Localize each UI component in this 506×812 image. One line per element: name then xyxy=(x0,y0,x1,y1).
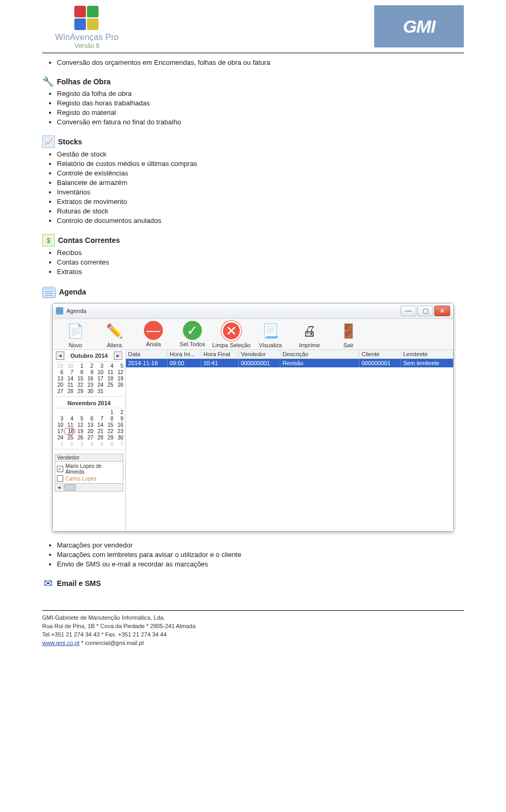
toolbar-novo[interactable]: Novo xyxy=(56,321,95,348)
scroll-thumb[interactable] xyxy=(64,484,76,491)
calendar-day[interactable]: 13 xyxy=(55,376,63,381)
calendar-day[interactable]: 4 xyxy=(105,363,113,369)
calendar-day[interactable]: 8 xyxy=(105,416,113,422)
toolbar-seltodos[interactable]: Sel.Todos xyxy=(173,321,212,348)
next-month-button[interactable]: ► xyxy=(114,351,122,360)
calendar-day[interactable]: 1 xyxy=(55,441,63,447)
minimize-button[interactable]: — xyxy=(401,306,416,316)
calendar-day[interactable]: 15 xyxy=(105,422,113,428)
calendar-day[interactable]: 2 xyxy=(65,441,73,447)
calendar-day[interactable]: 12 xyxy=(115,369,123,375)
footer-site-link[interactable]: www.gmi.co.pt xyxy=(42,640,80,646)
calendar-day[interactable]: 25 xyxy=(65,435,73,441)
calendar-day[interactable] xyxy=(105,388,113,394)
calendar-day[interactable]: 3 xyxy=(55,416,63,422)
calendar-day[interactable]: 19 xyxy=(75,428,83,434)
calendar-day[interactable] xyxy=(95,409,103,415)
calendar-day[interactable]: 11 xyxy=(65,422,73,428)
calendar-day[interactable]: 8 xyxy=(75,369,83,375)
calendar-day[interactable] xyxy=(55,409,63,415)
calendar-day[interactable]: 23 xyxy=(85,382,93,388)
calendar-day[interactable]: 28 xyxy=(65,388,73,394)
calendar-day[interactable]: 20 xyxy=(85,428,93,434)
toolbar-visualiza[interactable]: Visualiza xyxy=(251,321,290,348)
toolbar-sair[interactable]: Sair xyxy=(329,321,368,348)
vendor-hscroll[interactable]: ◄ xyxy=(55,484,123,492)
calendar-day[interactable]: 7 xyxy=(95,416,103,422)
calendar-day[interactable]: 3 xyxy=(95,363,103,369)
calendar-day[interactable] xyxy=(75,409,83,415)
calendar-day[interactable]: 18 xyxy=(64,428,75,435)
vendor-row[interactable]: ✓ Mario Lopes de Almeida xyxy=(57,463,121,475)
calendar-day[interactable]: 11 xyxy=(105,369,113,375)
col-vendedor[interactable]: Vendedor xyxy=(239,350,280,358)
calendar-day[interactable]: 21 xyxy=(65,382,73,388)
calendar-day[interactable] xyxy=(85,409,93,415)
calendar-day[interactable]: 3 xyxy=(75,441,83,447)
calendar-day[interactable]: 10 xyxy=(95,369,103,375)
window-titlebar[interactable]: Agenda — ▢ ✕ xyxy=(53,304,453,319)
grid-row-selected[interactable]: 2014-11-18 09:00 10:41 000000001 Revisão… xyxy=(126,359,453,367)
calendar-day[interactable]: 15 xyxy=(75,376,83,381)
calendar-day[interactable]: 2 xyxy=(85,363,93,369)
calendar-day[interactable]: 5 xyxy=(95,441,103,447)
calendar-1[interactable]: 2930123456789101112131415161718192021222… xyxy=(55,362,123,397)
calendar-day[interactable]: 20 xyxy=(55,382,63,388)
calendar-day[interactable]: 9 xyxy=(115,416,123,422)
checkbox-icon[interactable] xyxy=(57,475,63,482)
calendar-day[interactable]: 24 xyxy=(55,435,63,441)
calendar-day[interactable]: 2 xyxy=(115,409,123,415)
calendar-day[interactable]: 5 xyxy=(115,363,123,369)
calendar-day[interactable]: 21 xyxy=(95,428,103,434)
calendar-day[interactable]: 30 xyxy=(115,435,123,441)
calendar-day[interactable]: 6 xyxy=(105,441,113,447)
calendar-day[interactable]: 18 xyxy=(105,376,113,381)
col-descricao[interactable]: Descrição xyxy=(280,350,359,358)
col-lembrete[interactable]: Lembrete xyxy=(401,350,453,358)
calendar-day[interactable]: 30 xyxy=(85,388,93,394)
checkbox-icon[interactable]: ✓ xyxy=(57,466,63,472)
calendar-day[interactable]: 7 xyxy=(115,441,123,447)
calendar-day[interactable]: 1 xyxy=(75,363,83,369)
calendar-day[interactable]: 7 xyxy=(65,369,73,375)
calendar-day[interactable]: 1 xyxy=(105,409,113,415)
calendar-day[interactable]: 14 xyxy=(95,422,103,428)
calendar-day[interactable]: 26 xyxy=(75,435,83,441)
toolbar-limpa[interactable]: Limpa Seleção xyxy=(212,321,251,348)
calendar-day[interactable]: 16 xyxy=(85,376,93,381)
scroll-left-icon[interactable]: ◄ xyxy=(55,485,63,490)
calendar-day[interactable]: 6 xyxy=(85,416,93,422)
calendar-day[interactable]: 29 xyxy=(55,363,63,369)
prev-month-button[interactable]: ◄ xyxy=(56,351,64,360)
calendar-day[interactable]: 4 xyxy=(85,441,93,447)
calendar-day[interactable]: 22 xyxy=(105,428,113,434)
maximize-button[interactable]: ▢ xyxy=(417,306,433,316)
toolbar-imprime[interactable]: Imprime xyxy=(290,321,329,348)
calendar-day[interactable]: 31 xyxy=(95,388,103,394)
calendar-day[interactable]: 22 xyxy=(75,382,83,388)
calendar-day[interactable]: 4 xyxy=(65,416,73,422)
calendar-day[interactable]: 17 xyxy=(95,376,103,381)
vendor-row[interactable]: Carlos Lopes xyxy=(57,475,121,482)
calendar-day[interactable]: 12 xyxy=(75,422,83,428)
calendar-day[interactable]: 9 xyxy=(85,369,93,375)
calendar-day[interactable]: 24 xyxy=(95,382,103,388)
calendar-day[interactable]: 5 xyxy=(75,416,83,422)
calendar-day[interactable]: 13 xyxy=(85,422,93,428)
calendar-day[interactable]: 16 xyxy=(115,422,123,428)
calendar-day[interactable] xyxy=(65,409,73,415)
calendar-day[interactable] xyxy=(115,388,123,394)
calendar-day[interactable]: 19 xyxy=(115,376,123,381)
toolbar-anula[interactable]: Anula xyxy=(134,321,173,348)
calendar-day[interactable]: 23 xyxy=(115,428,123,434)
col-cliente[interactable]: Cliente xyxy=(359,350,401,358)
calendar-day[interactable]: 6 xyxy=(55,369,63,375)
col-data[interactable]: Data xyxy=(126,350,168,358)
calendar-day[interactable]: 10 xyxy=(55,422,63,428)
toolbar-altera[interactable]: Altera xyxy=(95,321,134,348)
calendar-day[interactable]: 25 xyxy=(105,382,113,388)
calendar-day[interactable]: 29 xyxy=(105,435,113,441)
calendar-day[interactable]: 30 xyxy=(65,363,73,369)
calendar-day[interactable]: 17 xyxy=(55,428,63,434)
calendar-day[interactable]: 14 xyxy=(65,376,73,381)
